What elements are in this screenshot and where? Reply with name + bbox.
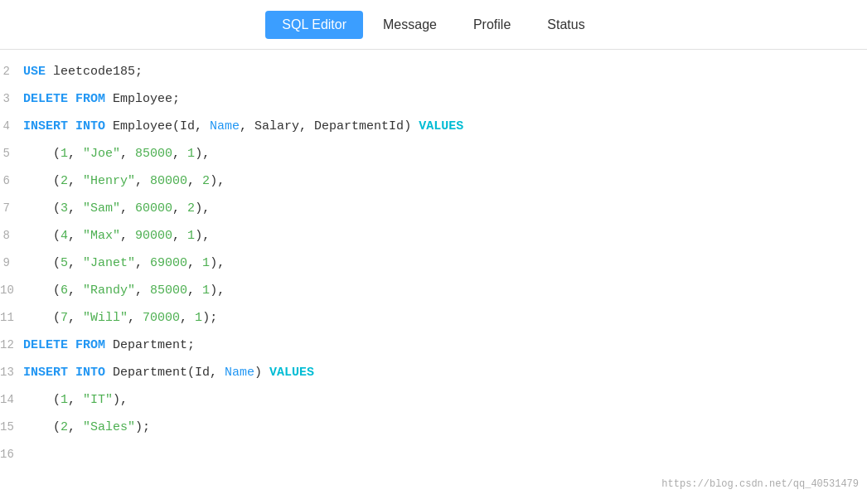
code-line-7: 7 (3, "Sam", 60000, 2), (0, 195, 867, 222)
tab-sql-editor[interactable]: SQL Editor (265, 11, 363, 39)
line-num-8: 8 (0, 222, 23, 249)
line-num-3: 3 (0, 85, 23, 112)
line-content-5: (1, "Joe", 85000, 1), (23, 141, 210, 167)
line-num-7: 7 (0, 195, 23, 221)
line-content-9: (5, "Janet", 69000, 1), (23, 250, 225, 277)
line-num-11: 11 (0, 304, 23, 331)
tab-message[interactable]: Message (366, 11, 453, 39)
line-content-4: INSERT INTO Employee(Id, Name, Salary, D… (23, 114, 463, 140)
line-content-13: INSERT INTO Department(Id, Name) VALUES (23, 360, 314, 386)
line-content-8: (4, "Max", 90000, 1), (23, 223, 210, 250)
line-content-14: (1, "IT"), (23, 387, 128, 414)
code-line-8: 8 (4, "Max", 90000, 1), (0, 222, 867, 250)
code-line-9: 9 (5, "Janet", 69000, 1), (0, 250, 867, 277)
line-num-15: 15 (0, 414, 23, 440)
line-num-13: 13 (0, 359, 23, 385)
code-line-3: 3 DELETE FROM Employee; (0, 85, 867, 113)
line-num-12: 12 (0, 332, 23, 358)
line-content-12: DELETE FROM Department; (23, 332, 195, 359)
line-num-2: 2 (0, 58, 23, 85)
line-num-5: 5 (0, 140, 23, 167)
line-num-9: 9 (0, 250, 23, 276)
tab-profile[interactable]: Profile (457, 11, 527, 39)
code-line-15: 15 (2, "Sales"); (0, 414, 867, 441)
code-line-14: 14 (1, "IT"), (0, 386, 867, 414)
watermark: https://blog.csdn.net/qq_40531479 (661, 471, 859, 497)
code-line-16: 16 (0, 441, 867, 468)
line-num-16: 16 (0, 441, 23, 468)
line-content-10: (6, "Randy", 85000, 1), (23, 278, 225, 304)
line-content-3: DELETE FROM Employee; (23, 86, 180, 113)
tab-status[interactable]: Status (530, 11, 601, 39)
code-editor: 2 USE leetcode185; 3 DELETE FROM Employe… (0, 50, 867, 504)
code-line-11: 11 (7, "Will", 70000, 1); (0, 304, 867, 332)
line-content-16 (23, 442, 31, 468)
line-content-2: USE leetcode185; (23, 59, 143, 85)
line-num-4: 4 (0, 113, 23, 139)
line-content-11: (7, "Will", 70000, 1); (23, 305, 217, 332)
nav-tabs: SQL Editor Message Profile Status (265, 11, 601, 39)
line-content-6: (2, "Henry", 80000, 2), (23, 168, 225, 195)
line-content-15: (2, "Sales"); (23, 414, 150, 441)
code-line-6: 6 (2, "Henry", 80000, 2), (0, 167, 867, 195)
line-num-14: 14 (0, 386, 23, 413)
line-num-6: 6 (0, 167, 23, 194)
line-num-10: 10 (0, 277, 23, 303)
nav-bar: SQL Editor Message Profile Status (0, 0, 867, 50)
code-line-4: 4 INSERT INTO Employee(Id, Name, Salary,… (0, 113, 867, 140)
code-line-12: 12 DELETE FROM Department; (0, 332, 867, 359)
code-line-5: 5 (1, "Joe", 85000, 1), (0, 140, 867, 167)
code-line-2: 2 USE leetcode185; (0, 58, 867, 85)
code-line-13: 13 INSERT INTO Department(Id, Name) VALU… (0, 359, 867, 386)
line-content-7: (3, "Sam", 60000, 2), (23, 196, 210, 222)
code-line-10: 10 (6, "Randy", 85000, 1), (0, 277, 867, 304)
